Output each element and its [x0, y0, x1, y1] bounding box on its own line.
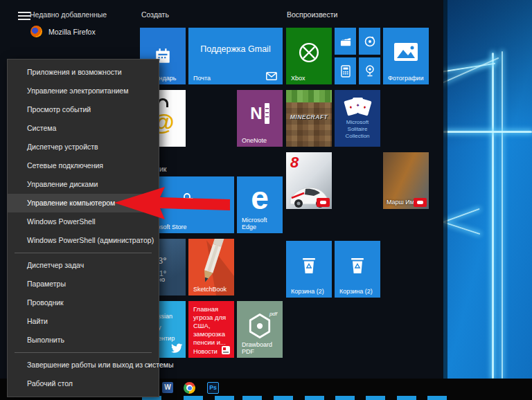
- game-badge-icon: [317, 198, 330, 207]
- menu-item-13[interactable]: Проводник: [8, 293, 159, 312]
- menu-item-label: Просмотр событий: [27, 105, 91, 113]
- firefox-icon: [30, 26, 42, 37]
- tile-label-line: Microsoft: [335, 119, 380, 126]
- store-bag-icon: [177, 192, 197, 210]
- tile-label: Microsoft Edge: [242, 217, 283, 230]
- webcam-icon: [364, 64, 375, 78]
- taskbar-chrome-icon[interactable]: [184, 382, 195, 394]
- tile-label: SketchBook: [193, 286, 227, 293]
- tile-march-of-empires[interactable]: Марш Имп: [383, 152, 429, 209]
- taskbar-word-icon[interactable]: W: [162, 382, 173, 393]
- menu-divider: [8, 250, 159, 256]
- menu-item-label: Найти: [27, 317, 48, 325]
- tile-movies-tv[interactable]: [335, 28, 356, 55]
- recent-apps-header: Недавно добавленные: [30, 10, 107, 19]
- tile-solitaire[interactable]: ♦ ♠ ♦ Microsoft Solitaire Collection: [335, 90, 380, 147]
- menu-item-label: Приложения и возможности: [27, 68, 122, 76]
- calculator-icon: [341, 65, 351, 78]
- onenote-icon: N: [250, 103, 269, 124]
- twitter-bird-icon: [171, 343, 183, 354]
- tile-groove-music[interactable]: [359, 28, 380, 55]
- windows-start-screen: Недавно добавленные Mozilla Firefox Созд…: [0, 0, 532, 400]
- menu-item-9[interactable]: Windows PowerShell (администратор): [8, 231, 159, 250]
- menu-item-label: Параметры: [27, 280, 66, 288]
- winx-context-menu: Приложения и возможностиУправление элект…: [7, 59, 159, 397]
- tile-recycle-bin-1[interactable]: Корзина (2): [286, 241, 332, 298]
- tile-label: Почта: [193, 75, 211, 82]
- recent-app-firefox[interactable]: Mozilla Firefox: [30, 26, 96, 37]
- menu-item-label: Проводник: [27, 298, 64, 307]
- cropped-tile-edge: [427, 396, 447, 400]
- recycle-bin-icon: [300, 255, 318, 275]
- wallpaper-beam: [502, 51, 503, 379]
- menu-item-11[interactable]: Диспетчер задач: [8, 256, 159, 275]
- taskbar-photoshop-icon[interactable]: Ps: [207, 382, 219, 394]
- tile-label: Drawboard PDF: [242, 341, 283, 355]
- tile-minecraft[interactable]: MINECRAFT: [286, 90, 332, 147]
- tweet-fragment: у: [158, 322, 175, 333]
- menu-item-label: Диспетчер задач: [27, 261, 84, 269]
- menu-item-3[interactable]: Система: [8, 119, 159, 138]
- tile-asphalt-8[interactable]: 8: [286, 152, 332, 209]
- menu-item-5[interactable]: Сетевые подключения: [8, 156, 159, 175]
- tile-microsoft-edge[interactable]: e Microsoft Edge: [237, 176, 283, 233]
- wallpaper-beam: [443, 131, 532, 133]
- envelope-icon: [266, 72, 277, 80]
- menu-divider: [8, 349, 159, 356]
- tile-onenote[interactable]: N OneNote: [237, 90, 283, 147]
- menu-item-label: Завершение работы или выход из системы: [27, 361, 174, 369]
- menu-item-14[interactable]: Найти: [8, 312, 159, 331]
- recent-app-label: Mozilla Firefox: [48, 28, 96, 36]
- tile-label: Новости: [193, 348, 218, 355]
- tile-recycle-bin-2[interactable]: Корзина (2): [335, 241, 380, 298]
- group-header-play: Воспроизвести: [287, 10, 337, 19]
- submenu-chevron-icon: ›: [148, 356, 150, 374]
- menu-item-label: Сетевые подключения: [27, 161, 103, 170]
- tile-label: Корзина (2): [291, 288, 324, 295]
- tile-mail[interactable]: Поддержка Gmail Почта: [188, 28, 283, 84]
- tile-label: Корзина (2): [339, 288, 373, 295]
- group-header-partial: ик: [159, 165, 166, 173]
- groove-music-icon: [364, 35, 376, 48]
- pdf-script-text: pdf: [269, 311, 277, 317]
- tile-photos[interactable]: Фотографии: [383, 28, 429, 84]
- cropped-tile-edge: [366, 396, 385, 400]
- asphalt-8-number: 8: [290, 154, 299, 172]
- menu-item-12[interactable]: Параметры: [8, 275, 159, 293]
- wallpaper-beam: [443, 220, 480, 235]
- tile-label: Фотографии: [388, 75, 423, 82]
- menu-item-1[interactable]: Управление электропитанием: [8, 82, 159, 100]
- xbox-logo-icon: [296, 39, 322, 66]
- desktop-wallpaper: [443, 0, 532, 379]
- tweet-fragment: ssian: [158, 311, 175, 322]
- menu-item-label: Управление электропитанием: [27, 87, 128, 95]
- menu-item-17[interactable]: Завершение работы или выход из системы›: [8, 356, 159, 374]
- cropped-tile-edge: [397, 396, 416, 400]
- tile-xbox[interactable]: Xbox: [286, 28, 332, 84]
- tile-sketchbook[interactable]: SketchBook: [188, 239, 234, 296]
- menu-item-label: Управление компьютером: [27, 199, 115, 207]
- wallpaper-beam: [443, 208, 480, 224]
- cropped-tile-edge: [305, 396, 324, 400]
- cropped-tile-edge: [215, 396, 234, 400]
- tile-drawboard-pdf[interactable]: pdf Drawboard PDF: [237, 301, 283, 358]
- menu-item-0[interactable]: Приложения и возможности: [8, 63, 159, 82]
- tile-news[interactable]: Главная угроза для США, заморозка пенсии…: [188, 301, 234, 358]
- menu-item-7[interactable]: Управление компьютером: [8, 194, 159, 212]
- news-headline: Главная угроза для США, заморозка пенсии…: [193, 305, 230, 347]
- group-header-create: Создать: [141, 10, 169, 19]
- cropped-tile-edge: [184, 396, 203, 400]
- menu-item-6[interactable]: Управление дисками: [8, 175, 159, 194]
- menu-item-label: Рабочий стол: [27, 379, 73, 388]
- menu-item-18[interactable]: Рабочий стол: [8, 374, 159, 393]
- menu-item-label: Windows PowerShell: [27, 217, 96, 226]
- menu-item-label: Система: [27, 124, 56, 132]
- menu-item-8[interactable]: Windows PowerShell: [8, 212, 159, 231]
- menu-item-2[interactable]: Просмотр событий: [8, 100, 159, 119]
- tile-camera[interactable]: [359, 57, 380, 84]
- menu-item-4[interactable]: Диспетчер устройств: [8, 138, 159, 156]
- news-icon: [222, 346, 230, 354]
- tile-calculator[interactable]: [335, 57, 356, 84]
- menu-item-15[interactable]: Выполнить: [8, 331, 159, 349]
- film-clapper-icon: [339, 36, 352, 47]
